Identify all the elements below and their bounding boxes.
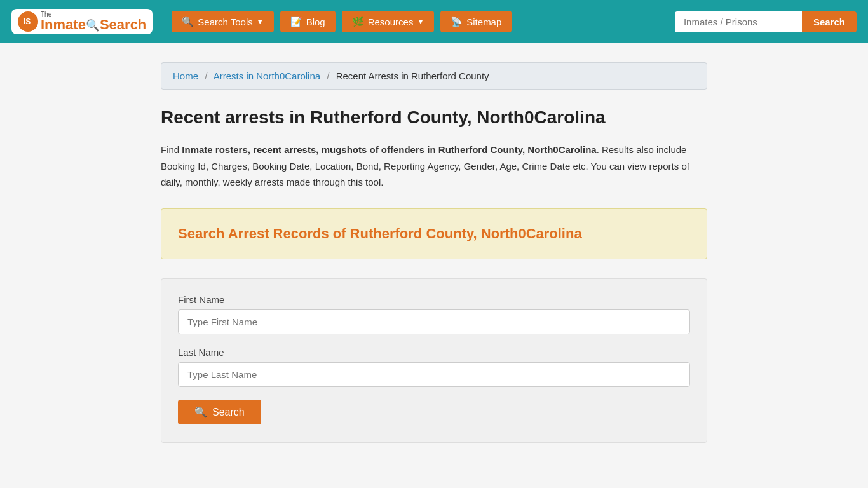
yellow-box: Search Arrest Records of Rutherford Coun…: [161, 208, 707, 260]
last-name-group: Last Name: [178, 347, 690, 387]
page-title: Recent arrests in Rutherford County, Nor…: [161, 107, 707, 128]
search-tools-label: Search Tools: [198, 17, 252, 27]
search-submit-button[interactable]: 🔍 Search: [178, 400, 261, 424]
last-name-label: Last Name: [178, 347, 690, 358]
main-content: Home / Arrests in North0Carolina / Recen…: [148, 62, 720, 443]
breadcrumb-arrests[interactable]: Arrests in North0Carolina: [214, 71, 320, 81]
description-bold: Inmate rosters, recent arrests, mugshots…: [182, 144, 596, 155]
first-name-group: First Name: [178, 294, 690, 334]
resources-label: Resources: [368, 17, 414, 27]
search-submit-icon: 🔍: [194, 406, 207, 418]
breadcrumb-home[interactable]: Home: [173, 71, 198, 81]
resources-icon: 🌿: [352, 16, 364, 27]
blog-button[interactable]: 📝 Blog: [280, 11, 336, 32]
navbar: IS The Inmate🔍Search 🔍 Search Tools ▼ 📝 …: [0, 0, 868, 43]
blog-icon: 📝: [290, 16, 302, 27]
logo-box: IS The Inmate🔍Search: [11, 9, 153, 34]
search-tools-button[interactable]: 🔍 Search Tools ▼: [172, 11, 273, 32]
description-prefix: Find: [161, 144, 182, 155]
first-name-label: First Name: [178, 294, 690, 305]
nav-search-button[interactable]: Search: [802, 11, 857, 32]
breadcrumb-current: Recent Arrests in Rutherford County: [336, 71, 489, 81]
svg-text:IS: IS: [24, 17, 31, 26]
logo-text: The Inmate🔍Search: [41, 11, 146, 32]
logo: IS The Inmate🔍Search: [11, 9, 153, 34]
last-name-input[interactable]: [178, 362, 690, 387]
nav-search-input[interactable]: [675, 11, 802, 32]
logo-inmate: Inmate🔍Search: [41, 17, 146, 32]
breadcrumb: Home / Arrests in North0Carolina / Recen…: [161, 62, 707, 90]
sitemap-button[interactable]: 📡 Sitemap: [440, 11, 512, 32]
description: Find Inmate rosters, recent arrests, mug…: [161, 142, 707, 191]
search-tools-icon: 🔍: [182, 16, 194, 27]
yellow-box-title: Search Arrest Records of Rutherford Coun…: [178, 224, 690, 244]
search-form: First Name Last Name 🔍 Search: [161, 278, 707, 443]
sitemap-label: Sitemap: [466, 17, 501, 27]
logo-icon: IS: [18, 11, 38, 32]
sitemap-icon: 📡: [451, 16, 463, 27]
search-submit-label: Search: [212, 407, 245, 418]
first-name-input[interactable]: [178, 309, 690, 334]
nav-search-bar: Search: [675, 11, 857, 32]
resources-caret: ▼: [417, 18, 424, 25]
breadcrumb-sep-2: /: [327, 71, 329, 81]
breadcrumb-sep-1: /: [205, 71, 207, 81]
blog-label: Blog: [306, 17, 325, 27]
search-tools-caret: ▼: [257, 18, 264, 25]
resources-button[interactable]: 🌿 Resources ▼: [342, 11, 435, 32]
